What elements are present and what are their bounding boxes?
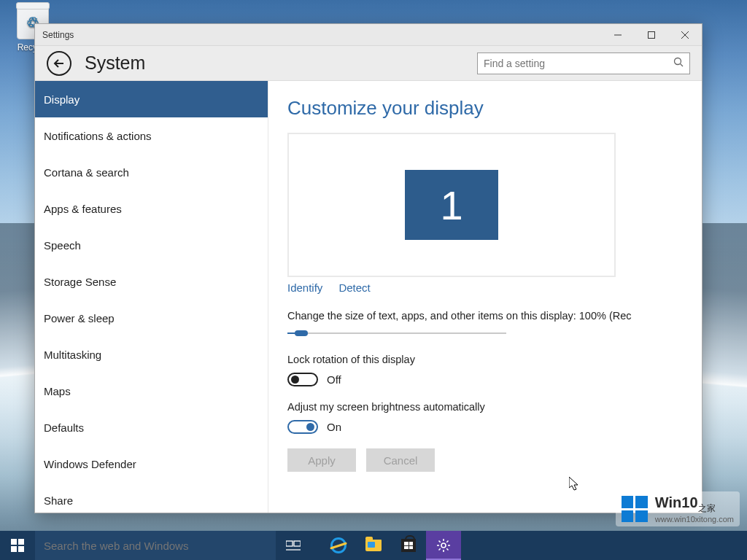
page-title: Customize your display — [287, 97, 702, 120]
scale-label: Change the size of text, apps, and other… — [287, 310, 702, 322]
taskbar-explorer[interactable] — [356, 531, 391, 560]
cancel-button[interactable]: Cancel — [366, 448, 435, 472]
sidebar-item-multitasking[interactable]: Multitasking — [35, 336, 268, 373]
search-icon — [673, 57, 684, 70]
internet-explorer-icon — [330, 537, 347, 553]
sidebar-item-notifications[interactable]: Notifications & actions — [35, 117, 268, 154]
maximize-icon — [647, 31, 656, 39]
taskbar-search[interactable] — [35, 531, 276, 560]
svg-point-5 — [675, 58, 681, 64]
lock-rotation-label: Lock rotation of this display — [287, 354, 702, 365]
desktop: ♲ Recycle Settings System — [0, 0, 747, 560]
svg-line-18 — [446, 541, 448, 542]
sidebar-item-storage[interactable]: Storage Sense — [35, 263, 268, 300]
sidebar-item-defaults[interactable]: Defaults — [35, 409, 268, 446]
task-view-button[interactable] — [276, 531, 311, 560]
lock-rotation-state: Off — [327, 373, 341, 386]
settings-search-input[interactable] — [484, 58, 673, 69]
minimize-icon — [614, 31, 622, 39]
detect-link[interactable]: Detect — [338, 281, 370, 294]
sidebar-item-apps[interactable]: Apps & features — [35, 190, 268, 227]
sidebar-item-display[interactable]: Display — [35, 81, 268, 117]
close-button[interactable] — [668, 24, 702, 46]
svg-rect-9 — [294, 541, 301, 546]
taskbar-ie[interactable] — [321, 531, 356, 560]
button-row: Apply Cancel — [287, 448, 702, 472]
sidebar-item-cortana[interactable]: Cortana & search — [35, 154, 268, 190]
taskbar-search-input[interactable] — [44, 540, 267, 552]
watermark-title: Win10 — [655, 494, 698, 510]
switch-knob — [291, 376, 299, 384]
sidebar-item-speech[interactable]: Speech — [35, 227, 268, 263]
watermark-url: www.win10xitong.com — [655, 515, 734, 524]
sidebar-item-defender[interactable]: Windows Defender — [35, 446, 268, 482]
sidebar-item-maps[interactable]: Maps — [35, 373, 268, 409]
watermark-text: Win10之家 www.win10xitong.com — [655, 494, 734, 524]
content-pane: Customize your display 1 Identify Detect… — [268, 81, 702, 513]
apply-button[interactable]: Apply — [287, 448, 356, 472]
settings-search-box[interactable] — [477, 52, 690, 74]
svg-line-6 — [681, 63, 684, 66]
display-preview[interactable]: 1 — [287, 133, 616, 277]
store-icon — [401, 539, 416, 552]
lock-rotation-switch[interactable] — [287, 373, 318, 386]
start-button[interactable] — [0, 531, 35, 560]
brightness-switch[interactable] — [287, 420, 318, 434]
identify-link[interactable]: Identify — [287, 281, 322, 294]
brightness-label: Adjust my screen brightness automaticall… — [287, 401, 702, 413]
watermark: Win10之家 www.win10xitong.com — [616, 491, 740, 526]
maximize-button[interactable] — [635, 24, 668, 46]
sidebar[interactable]: Display Notifications & actions Cortana … — [35, 81, 268, 513]
close-icon — [681, 31, 689, 39]
window-body: Display Notifications & actions Cortana … — [35, 81, 702, 513]
brightness-toggle-row: On — [287, 420, 702, 434]
page-header-title: System — [85, 52, 477, 74]
monitor-number: 1 — [440, 182, 462, 229]
gear-icon — [436, 538, 451, 553]
switch-knob — [306, 423, 314, 431]
svg-line-17 — [446, 548, 448, 550]
watermark-suffix: 之家 — [698, 503, 716, 513]
minimize-button[interactable] — [601, 24, 635, 46]
arrow-left-icon — [53, 57, 66, 70]
sidebar-item-power[interactable]: Power & sleep — [35, 300, 268, 336]
monitor-tile-1[interactable]: 1 — [405, 170, 498, 240]
svg-point-11 — [441, 543, 446, 548]
taskbar-settings-active[interactable] — [426, 531, 461, 560]
task-view-icon — [286, 540, 301, 551]
windows-logo-icon — [622, 496, 648, 522]
taskbar-store[interactable] — [391, 531, 426, 560]
preview-actions: Identify Detect — [287, 281, 702, 294]
file-explorer-icon — [365, 540, 382, 551]
sidebar-item-share[interactable]: Share — [35, 482, 268, 513]
page-header: System — [35, 46, 702, 81]
slider-track — [287, 332, 506, 334]
titlebar[interactable]: Settings — [35, 24, 702, 46]
svg-line-19 — [439, 548, 441, 550]
svg-rect-1 — [649, 31, 655, 38]
brightness-state: On — [327, 421, 341, 433]
svg-line-16 — [439, 541, 441, 542]
svg-rect-8 — [286, 541, 293, 546]
taskbar[interactable] — [0, 531, 747, 560]
lock-rotation-toggle-row: Off — [287, 373, 702, 386]
windows-start-icon — [11, 539, 24, 552]
slider-thumb[interactable] — [295, 330, 308, 336]
back-button[interactable] — [47, 51, 71, 76]
settings-window: Settings System — [34, 23, 703, 513]
scale-slider[interactable] — [287, 329, 506, 338]
window-title: Settings — [35, 30, 601, 40]
